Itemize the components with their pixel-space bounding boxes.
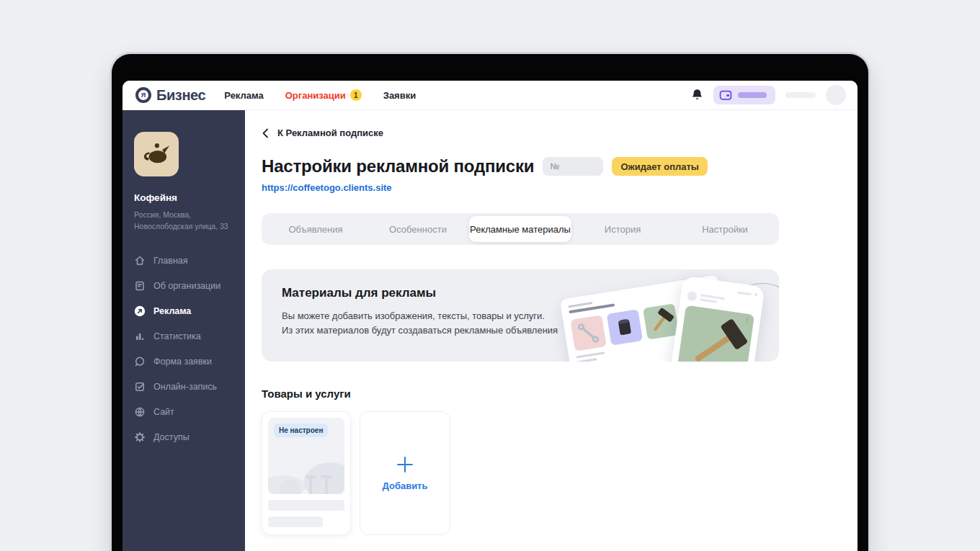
text-placeholder-bar xyxy=(268,516,323,527)
organization-logo xyxy=(134,132,179,176)
topbar-right xyxy=(691,85,846,105)
chat-icon xyxy=(134,356,146,367)
product-card[interactable]: Не настроен xyxy=(262,411,351,535)
promo-banner: Материалы для рекламы Вы можете добавить… xyxy=(262,269,779,362)
organization-name: Кофейня xyxy=(134,192,233,203)
tab-settings[interactable]: Настройки xyxy=(674,216,776,242)
document-icon xyxy=(134,280,146,292)
sidebar-menu: Главная Об организации Реклама Статистик… xyxy=(134,248,233,450)
teapot-icon xyxy=(142,140,171,169)
laptop-frame: Я Бизнес Реклама Организации 1 Заявки xyxy=(112,54,868,551)
sidebar-item-website[interactable]: Сайт xyxy=(134,400,233,425)
sidebar-item-stats[interactable]: Статистика xyxy=(134,324,233,349)
user-avatar[interactable] xyxy=(826,85,846,105)
promo-title: Материалы для рекламы xyxy=(282,286,558,300)
not-configured-badge: Не настроен xyxy=(274,424,328,437)
username-placeholder xyxy=(785,92,816,98)
add-product-card[interactable]: Добавить xyxy=(360,411,450,535)
nav-item-ads[interactable]: Реклама xyxy=(224,90,263,101)
globe-icon xyxy=(134,406,146,418)
sidebar-item-ads[interactable]: Реклама xyxy=(134,299,233,324)
promo-phone: ⋮ xyxy=(667,276,765,362)
tab-bar: Объявления Особенности Рекламные материа… xyxy=(262,213,779,245)
promo-description: Вы можете добавить изображения, тексты, … xyxy=(282,309,558,337)
tile-cup xyxy=(607,309,643,345)
promo-illustration: ⋮ xyxy=(557,269,779,362)
products-heading: Товары и услуги xyxy=(262,388,858,400)
organizations-count-badge: 1 xyxy=(350,89,362,101)
main-content: К Рекламной подписке Настройки рекламной… xyxy=(245,110,858,551)
nav-item-requests[interactable]: Заявки xyxy=(383,90,416,101)
kebab-menu-icon: ⋮ xyxy=(743,315,750,323)
text-placeholder-bar xyxy=(268,500,344,511)
sidebar: Кофейня Россия, Москва, Новослободская у… xyxy=(122,110,245,551)
logo-text: Бизнес xyxy=(156,87,205,104)
balance-pill[interactable] xyxy=(713,86,775,104)
tab-history[interactable]: История xyxy=(571,216,674,242)
site-link[interactable]: https://coffeetogo.clients.site xyxy=(262,182,392,193)
bell-icon[interactable] xyxy=(691,89,703,102)
app-window: Я Бизнес Реклама Организации 1 Заявки xyxy=(122,81,858,551)
sidebar-item-online-booking[interactable]: Онлайн-запись xyxy=(134,375,233,400)
tile-hammer xyxy=(643,303,679,339)
tab-ad-materials[interactable]: Рекламные материалы xyxy=(469,216,571,242)
balance-placeholder xyxy=(738,92,767,98)
tab-features[interactable]: Особенности xyxy=(367,216,469,242)
organization-address: Россия, Москва, Новослободская улица, 33 xyxy=(134,209,233,233)
stats-icon xyxy=(134,331,146,342)
chevron-left-icon xyxy=(262,128,269,138)
wallet-icon xyxy=(719,89,732,101)
checkbox-icon xyxy=(134,381,146,393)
tree-shape xyxy=(320,475,333,494)
phone-ad-tile: ⋮ xyxy=(676,305,755,362)
subscription-number-badge: № xyxy=(543,157,603,176)
plus-icon xyxy=(396,455,414,474)
tile-wrench xyxy=(570,315,606,351)
sidebar-item-home[interactable]: Главная xyxy=(134,248,233,274)
sidebar-item-about[interactable]: Об организации xyxy=(134,274,233,299)
yandex-business-logo[interactable]: Я Бизнес xyxy=(135,87,205,104)
home-icon xyxy=(134,255,146,266)
product-image-placeholder: Не настроен xyxy=(268,418,344,494)
sidebar-item-access[interactable]: Доступы xyxy=(134,425,233,450)
nav-item-organizations[interactable]: Организации 1 xyxy=(285,89,362,101)
tree-shape xyxy=(304,475,317,494)
back-link[interactable]: К Рекламной подписке xyxy=(262,127,858,138)
products-cards: Не настроен xyxy=(262,411,858,535)
page-title: Настройки рекламной подписки xyxy=(262,156,534,176)
phone-avatar xyxy=(687,291,698,302)
top-nav-items: Реклама Организации 1 Заявки xyxy=(224,89,416,101)
gear-icon xyxy=(134,431,146,443)
status-badge: Ожидает оплаты xyxy=(612,157,708,176)
add-product-label: Добавить xyxy=(383,480,428,491)
tab-announcements[interactable]: Объявления xyxy=(264,216,367,242)
ad-icon xyxy=(134,305,146,317)
sidebar-item-request-form[interactable]: Форма заявки xyxy=(134,349,233,375)
yandex-logo-icon: Я xyxy=(135,87,151,103)
top-navbar: Я Бизнес Реклама Организации 1 Заявки xyxy=(122,81,858,110)
